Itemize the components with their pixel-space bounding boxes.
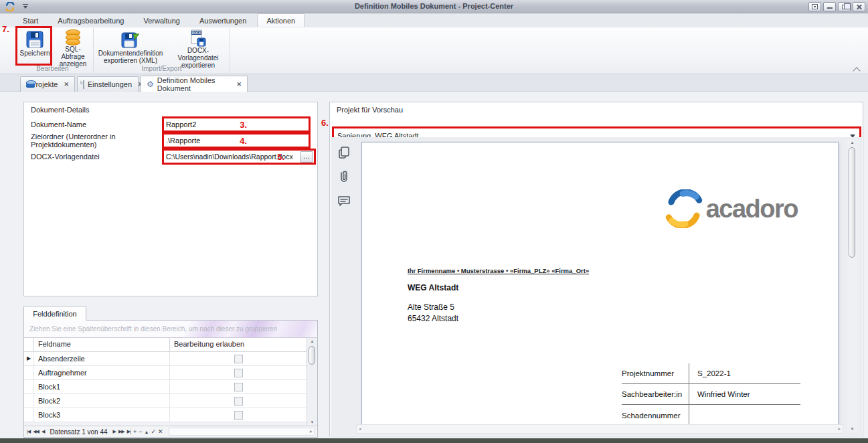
nav-delete-icon[interactable]: − [139,428,141,435]
sql-abfrage-button[interactable]: SQL-Abfrage anzeigen [54,29,92,64]
dokument-details-panel: Dokument-Details Dokument-Name 3. Zielor… [23,102,318,296]
collapse-ribbon-icon[interactable] [854,67,860,71]
table-row: Schadennummer [622,405,800,426]
fit-screen-button[interactable] [808,2,821,11]
nav-cancel-icon[interactable]: ✕ [158,428,163,435]
project-info-table: Projektnummer S_2022-1 Sachbearbeiter:in… [622,363,800,426]
document-preview-area: acadoro Ihr Firmenname • Musterstrasse •… [331,137,862,435]
recipient-street: Alte Straße 5 [408,302,454,312]
editable-checkbox[interactable] [234,369,243,377]
zielordner-input[interactable] [164,135,309,146]
dokumentendefinition-exportieren-button[interactable]: Dokumentendefinition exportieren (XML) [95,29,166,64]
ribbon-body: Speichern SQL-Abfrage anzeigen Bearbeite… [0,27,868,74]
title-bar: Definition Mobiles Dokument - Project-Ce… [0,0,868,13]
acadoro-logo: acadoro [665,189,798,228]
table-row: Projektnummer S_2022-1 [622,363,800,384]
ribbon-tab-auftragsbearbeitung[interactable]: Auftragsbearbeitung [49,14,133,27]
docx-preview-page: acadoro Ihr Firmenname • Musterstrasse •… [361,142,839,426]
column-header-bearbeitung-erlauben[interactable]: Bearbeitung erlauben [170,338,307,351]
preview-horizontal-scrollbar[interactable]: ◂ ▸ [356,424,843,434]
scroll-up-icon[interactable]: ▲ [847,141,857,145]
preview-vertical-scrollbar[interactable]: ▲ ▼ [847,139,857,432]
scroll-down-icon[interactable]: ▼ [847,427,857,431]
sender-line: Ihr Firmenname • Musterstrasse • «Firma_… [408,267,589,274]
scrollbar-thumb[interactable] [309,346,315,365]
speichern-label: Speichern [19,50,50,57]
browse-file-button[interactable]: … [300,151,313,163]
editable-checkbox[interactable] [234,411,243,420]
tab-definition-mobiles-dokument[interactable]: ⚙ Definition Mobiles Dokument ✕ [141,76,248,92]
row-indicator-header [24,338,34,351]
minimize-icon [827,7,833,9]
svg-text:DOCX: DOCX [192,31,201,35]
table-row[interactable]: Block2 [24,394,307,408]
paperclip-icon[interactable] [337,169,351,184]
copy-pages-icon[interactable] [337,145,351,160]
nav-last-icon[interactable]: ▶| [127,429,131,434]
table-row[interactable]: ▶ Absenderzeile [24,352,307,366]
database-icon [66,29,80,46]
zielordner-label: Zielordner (Unterordner in Projektdokume… [31,132,162,149]
editable-checkbox[interactable] [234,383,243,391]
recipient-name: WEG Altstadt [408,283,458,292]
nav-prev-page-icon[interactable]: ◀◀ [33,429,39,434]
grid-horizontal-scrollbar[interactable] [169,428,315,436]
nav-next-page-icon[interactable]: ▶▶ [118,429,124,434]
group-by-panel[interactable]: Ziehen Sie eine Spaltenüberschrift in di… [24,321,317,338]
ribbon-tab-bar: Start Auftragsbearbeitung Verwaltung Aus… [0,13,868,27]
editable-checkbox[interactable] [234,397,243,406]
grid-header-row: Feldname Bearbeitung erlauben [24,338,307,352]
felddefinition-grid: Ziehen Sie eine Spaltenüberschrift in di… [23,320,318,438]
scroll-right-icon[interactable]: ▸ [838,426,841,432]
group-caption-bearbeiten: Bearbeiten [12,65,93,72]
tab-projekte[interactable]: Projekte ✕ [20,76,75,92]
gear-icon: ⚙ [147,80,154,88]
nav-edit-icon[interactable]: ▲ [144,430,148,434]
table-row[interactable]: Block3 [24,408,307,422]
restore-button[interactable] [838,2,851,11]
annotation-box-4: 4. [162,132,311,149]
minimize-button[interactable] [823,2,836,11]
tab-einstellungen[interactable]: Einstellungen ✕ [77,76,139,92]
speichern-button[interactable]: Speichern [17,29,52,64]
nav-prev-icon[interactable]: ◀ [41,429,44,434]
close-icon [856,4,862,10]
scroll-left-icon[interactable]: ◂ [359,426,361,432]
record-count-text: Datensatz 1 von 44 [50,428,107,436]
document-page-icon [83,80,84,89]
floppy-export-icon [121,29,140,50]
felddefinition-tab[interactable]: Felddefinition [23,306,86,321]
nav-append-icon[interactable]: + [133,428,136,435]
window-title: Definition Mobiles Dokument - Project-Ce… [0,2,868,10]
floppy-disk-icon [26,29,44,50]
recipient-city: 65432 Altstadt [408,314,458,323]
logo-text: acadoro [706,195,798,224]
scroll-down-icon[interactable]: ▼ [307,420,317,424]
restore-icon [842,5,847,9]
nav-first-icon[interactable]: |◀ [27,429,30,434]
ribbon-tab-start[interactable]: Start [14,14,47,27]
ribbon-tab-verwaltung[interactable]: Verwaltung [135,14,189,27]
column-header-feldname[interactable]: Feldname [34,338,170,351]
comment-icon[interactable] [337,193,351,208]
nav-post-icon[interactable]: ✓ [151,428,155,435]
nav-next-icon[interactable]: ▶ [113,429,116,434]
docx-vorlagendatei-exportieren-button[interactable]: DOCX DOCX-Vorlagendatei exportieren [167,29,229,64]
application-window: Definition Mobiles Dokument - Project-Ce… [0,0,868,443]
scrollbar-thumb[interactable] [849,147,855,258]
annotation-box-3: 3. [162,116,311,132]
ribbon-tab-aktionen[interactable]: Aktionen [257,13,305,27]
tab-close-icon[interactable]: ✕ [64,81,69,88]
table-row[interactable]: Block1 [24,380,307,394]
acadoro-swirl-icon [665,189,703,228]
taskbar-strip [0,438,868,443]
tab-close-icon[interactable]: ✕ [236,81,242,88]
grid-vertical-scrollbar[interactable]: ▲ ▼ [307,338,317,426]
annotation-step-4: 4. [240,136,247,146]
ribbon-tab-auswertungen[interactable]: Auswertungen [191,14,255,27]
dokument-name-input[interactable] [164,119,309,130]
close-button[interactable] [853,2,865,11]
editable-checkbox[interactable] [234,355,243,363]
table-row[interactable]: Auftragnehmer [24,366,307,380]
scroll-up-icon[interactable]: ▲ [307,339,317,343]
